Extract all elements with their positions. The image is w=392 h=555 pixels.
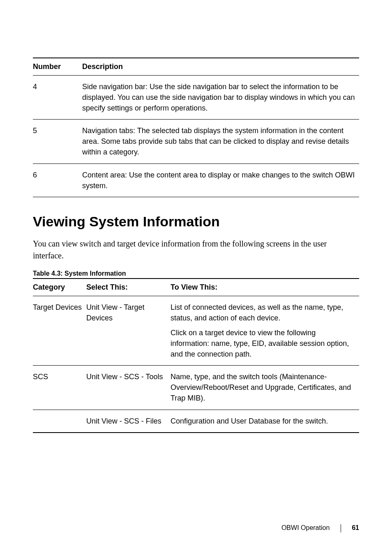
cell-view: Name, type, and the switch tools (Mainte… bbox=[171, 366, 359, 410]
intro-paragraph: You can view switch and target device in… bbox=[33, 238, 359, 262]
col-header-category: Category bbox=[33, 279, 86, 296]
page-footer: OBWI Operation 61 bbox=[281, 524, 359, 532]
cell-number: 6 bbox=[33, 164, 82, 197]
col-header-description: Description bbox=[82, 58, 359, 76]
page-heading: Viewing System Information bbox=[33, 214, 359, 230]
footer-section: OBWI Operation bbox=[281, 524, 330, 531]
table-caption: Table 4.3: System Information bbox=[33, 270, 359, 277]
cell-number: 5 bbox=[33, 120, 82, 164]
cell-view: Configuration and User Database for the … bbox=[171, 410, 359, 433]
cell-category: Target Devices bbox=[33, 296, 86, 365]
cell-category bbox=[33, 410, 86, 433]
table-row: SCS Unit View - SCS - Tools Name, type, … bbox=[33, 366, 359, 410]
cell-category: SCS bbox=[33, 366, 86, 410]
cell-select: Unit View - SCS - Files bbox=[86, 410, 171, 433]
cell-select: Unit View - Target Devices bbox=[86, 296, 171, 365]
col-header-select: Select This: bbox=[86, 279, 171, 296]
table-number-description: Number Description 4 Side navigation bar… bbox=[33, 58, 359, 197]
col-header-view: To View This: bbox=[171, 279, 359, 296]
cell-view-para: List of connected devices, as well as th… bbox=[171, 302, 355, 323]
cell-description: Content area: Use the content area to di… bbox=[82, 164, 359, 197]
table-row: Target Devices Unit View - Target Device… bbox=[33, 296, 359, 365]
cell-select: Unit View - SCS - Tools bbox=[86, 366, 171, 410]
cell-description: Side navigation bar: Use the side naviga… bbox=[82, 76, 359, 120]
table-system-information: Category Select This: To View This: Targ… bbox=[33, 278, 359, 433]
table-row: 5 Navigation tabs: The selected tab disp… bbox=[33, 120, 359, 164]
cell-view-para: Configuration and User Database for the … bbox=[171, 416, 355, 426]
cell-description: Navigation tabs: The selected tab displa… bbox=[82, 120, 359, 164]
footer-divider bbox=[341, 524, 341, 532]
footer-page-number: 61 bbox=[352, 524, 359, 531]
table-row: 6 Content area: Use the content area to … bbox=[33, 164, 359, 197]
col-header-number: Number bbox=[33, 58, 82, 76]
table-row: Unit View - SCS - Files Configuration an… bbox=[33, 410, 359, 433]
cell-number: 4 bbox=[33, 76, 82, 120]
cell-view-para: Name, type, and the switch tools (Mainte… bbox=[171, 371, 355, 403]
cell-view: List of connected devices, as well as th… bbox=[171, 296, 359, 365]
table-row: 4 Side navigation bar: Use the side navi… bbox=[33, 76, 359, 120]
cell-view-para: Click on a target device to view the fol… bbox=[171, 327, 355, 359]
